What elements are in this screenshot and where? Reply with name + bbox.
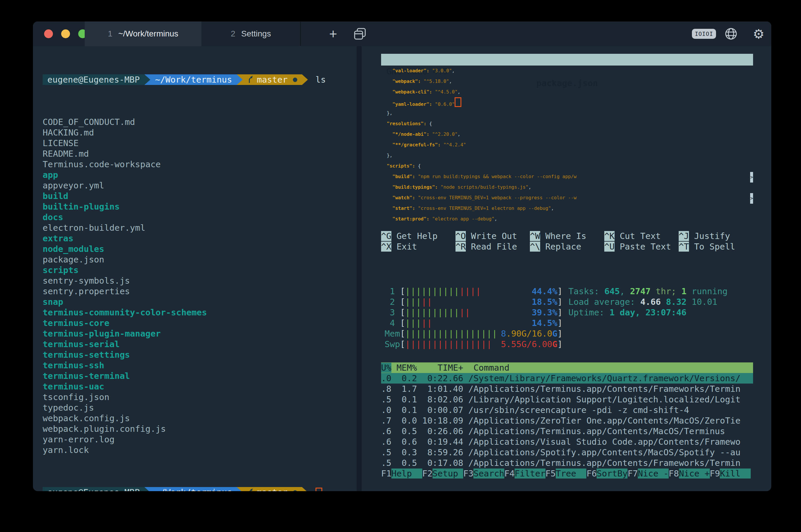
prompt-path-segment: ~/Work/terminus [150,487,237,491]
function-key-f5[interactable]: F5Tree [545,468,586,479]
git-dirty-dot-icon [293,78,297,82]
meter-row: Mem[|||||||||||||||||8.90G/16.0G] [385,328,562,339]
new-tab-button[interactable]: + [326,21,340,46]
tab-title: Settings [241,29,271,38]
function-key-f1[interactable]: F1Help [381,468,422,479]
function-key-f6[interactable]: F6SortBy [586,468,628,479]
process-row[interactable]: .5 0.3 8:59.26 /Applications/Spotify.app… [381,447,753,458]
git-branch-icon [247,488,254,491]
ssh-connections-button[interactable] [724,21,738,46]
nano-line: "start": "cross-env TERMINUS_DEV=1 elect… [381,203,753,214]
nano-shortcut: ^O Write Out [455,231,530,241]
nano-shortcut: ^G Get Help [381,231,455,241]
nano-line: "build": "npm run build:typings && webpa… [381,171,753,182]
pane-divider[interactable] [357,46,362,491]
ls-entry: terminus-terminal [43,370,354,381]
nano-line: "start:prod": "electron app --debug", [381,214,753,224]
ls-entry: docs [43,212,354,223]
htop-summary: Tasks: 645, 2747 thr; 1 runningLoad aver… [569,286,727,318]
nano-line: "build:typings": "node scripts/build-typ… [381,182,753,192]
process-rows: .0 0.2 0:22.66 /System/Library/Framework… [381,373,753,468]
nano-line: "val-loader": "3.0.0", [381,65,753,76]
desktop-background: 1 ~/Work/terminus 2 Settings + IOIOI [0,0,801,532]
shell-pane: eugene@Eugenes-MBP ~/Work/terminus maste… [43,53,354,491]
shell-prompt: eugene@Eugenes-MBP ~/Work/terminus maste… [43,74,354,85]
prompt-git-segment: master [243,487,302,491]
process-row[interactable]: .0 0.1 0:00.07 /usr/sbin/screencapture -… [381,405,753,415]
meter-row: 2 [|||||18.5%] [385,297,562,307]
nano-shortcut: ^\ Replace [530,241,604,252]
meter-row: 1 [||||||||||||||44.4%] [385,286,562,297]
powerline-arrow [302,74,308,85]
prompt-path-segment: ~/Work/terminus [150,74,237,85]
powerline-arrow [144,487,150,491]
ls-entry: yarn-error.log [43,434,354,445]
function-key-f9[interactable]: F9Kill [710,468,751,479]
ls-entry: yarn.lock [43,445,354,455]
nano-line: "yaml-loader": "0.6.0" [381,97,753,108]
ls-entry: Terminus.code-workspace [43,159,354,170]
ls-entry: webpack.plugin.config.js [43,423,354,434]
window-titlebar: 1 ~/Work/terminus 2 Settings + IOIOI [33,21,771,46]
nano-shortcut: ^T To Spell [679,241,753,252]
function-key-f3[interactable]: F3Search [463,468,504,479]
nano-line: "watch": "cross-env TERMINUS_DEV=1 webpa… [381,192,753,203]
ls-entry: sentry-symbols.js [43,276,354,286]
function-key-f8[interactable]: F8Nice + [669,468,710,479]
shell-prompt: eugene@Eugenes-MBP ~/Work/terminus maste… [43,487,354,491]
nano-shortcut: ^X Exit [381,241,455,252]
function-key-f2[interactable]: F2Setup [422,468,463,479]
close-window-button[interactable] [44,30,53,38]
git-dirty-dot-icon [293,490,297,491]
serial-connections-button[interactable]: IOIOI [689,21,719,46]
powerline-arrow [237,74,243,85]
function-key-f7[interactable]: F7Nice - [628,468,669,479]
ls-entry: build [43,191,354,201]
ls-entry: app [43,170,354,180]
ls-entry: terminus-plugin-manager [43,328,354,339]
ls-entry: sentry.properties [43,286,354,297]
tab-number: 2 [231,29,236,38]
minimize-window-button[interactable] [61,30,70,38]
htop-function-key-bar: F1Help F2Setup F3SearchF4FilterF5Tree F6… [381,468,753,479]
function-key-f4[interactable]: F4Filter [504,468,545,479]
process-row[interactable]: .8 1.7 1:01.40 /Applications/Terminus.ap… [381,384,753,394]
process-row[interactable]: .6 0.6 0:19.44 /Applications/Visual Stud… [381,436,753,447]
settings-button[interactable]: ⚙ [751,21,766,46]
stacked-windows-icon [353,27,367,41]
nano-shortcut: ^U Paste Text [604,241,679,252]
nano-line: "**/graceful-fs": "^4.2.4" [381,139,753,150]
tab-settings[interactable]: 2 Settings [201,21,301,46]
nano-shortcut: ^W Where Is [530,231,604,241]
process-row[interactable]: .7 0.0 10:18.09 /Applications/ZeroTier O… [381,415,753,426]
summary-line: Uptime: 1 day, 23:07:46 [569,307,727,318]
git-branch-name: master [257,74,287,85]
ls-entry: terminus-community-color-schemes [43,307,354,318]
tab-number: 1 [108,29,113,38]
serial-port-icon: IOIOI [692,29,716,39]
nano-editor-content[interactable]: "val-loader": "3.0.0", "webpack": "^5.18… [381,65,753,224]
process-row[interactable]: .5 0.5 0:17.08 /Applications/Terminus.ap… [381,458,753,468]
ls-entry: appveyor.yml [43,180,354,191]
nano-shortcut: ^J Justify [679,231,753,241]
process-row[interactable]: .6 0.5 0:26.06 /Applications/Terminus.ap… [381,426,753,436]
ls-entry: terminus-settings [43,349,354,360]
ls-entry: package.json [43,254,354,265]
meter-row: Swp[||||||||||||||||5.55G/6.00G] [385,339,562,349]
ls-output: CODE_OF_CONDUCT.mdHACKING.mdLICENSEREADM… [43,117,354,455]
ls-entry: snap [43,297,354,307]
nano-shortcut: ^R Read File [455,241,530,252]
nano-shortcut-bar: ^G Get Help^O Write Out^W Where Is^K Cut… [381,231,753,252]
process-table-header[interactable]: U% MEM% TIME+ Command [381,362,753,373]
nano-line: "*/node-abi": "^2.20.0", [381,129,753,139]
powerline-arrow [302,487,308,491]
nano-line: "webpack-cli": "^4.5.0", [381,87,753,97]
ls-entry: node_modules [43,244,354,254]
plus-icon: + [329,21,337,46]
tab-work-terminus[interactable]: 1 ~/Work/terminus [85,21,201,46]
process-row[interactable]: .5 0.1 8:02.06 /Library/Application Supp… [381,394,753,405]
ls-entry: terminus-uac [43,381,354,392]
ls-entry: extras [43,233,354,244]
process-row[interactable]: .0 0.2 0:22.66 /System/Library/Framework… [381,373,753,384]
split-pane-button[interactable] [352,21,368,46]
